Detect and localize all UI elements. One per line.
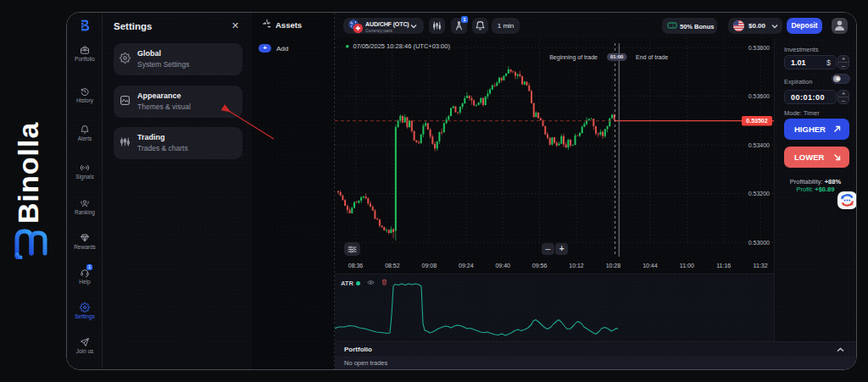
svg-text:08:36: 08:36 — [348, 263, 364, 269]
svg-text:09:40: 09:40 — [495, 263, 510, 269]
svg-text:10:28: 10:28 — [606, 263, 621, 269]
svg-text:09:56: 09:56 — [532, 263, 548, 269]
svg-text:0.53502: 0.53502 — [746, 118, 767, 124]
svg-text:0.53800: 0.53800 — [748, 45, 770, 51]
svg-text:0.53000: 0.53000 — [748, 240, 770, 246]
svg-text:07/05/2025 10:28:46 (UTC+03:00: 07/05/2025 10:28:46 (UTC+03:00) — [353, 42, 451, 50]
svg-text:0.53200: 0.53200 — [748, 191, 770, 197]
svg-text:11:00: 11:00 — [680, 263, 694, 269]
svg-text:08:52: 08:52 — [385, 263, 400, 269]
svg-text:10:44: 10:44 — [643, 263, 658, 269]
svg-text:0.53600: 0.53600 — [748, 93, 770, 99]
svg-text:11:16: 11:16 — [716, 263, 731, 269]
svg-text:10:12: 10:12 — [569, 263, 584, 269]
svg-text:09:24: 09:24 — [459, 263, 474, 269]
svg-text:09:08: 09:08 — [422, 263, 437, 269]
svg-text:Beginning of trade: Beginning of trade — [549, 54, 598, 61]
svg-text:11:32: 11:32 — [754, 263, 768, 269]
svg-text:01:00: 01:00 — [610, 54, 624, 59]
svg-text:0.53400: 0.53400 — [748, 142, 770, 148]
svg-text:End of trade: End of trade — [636, 54, 668, 60]
